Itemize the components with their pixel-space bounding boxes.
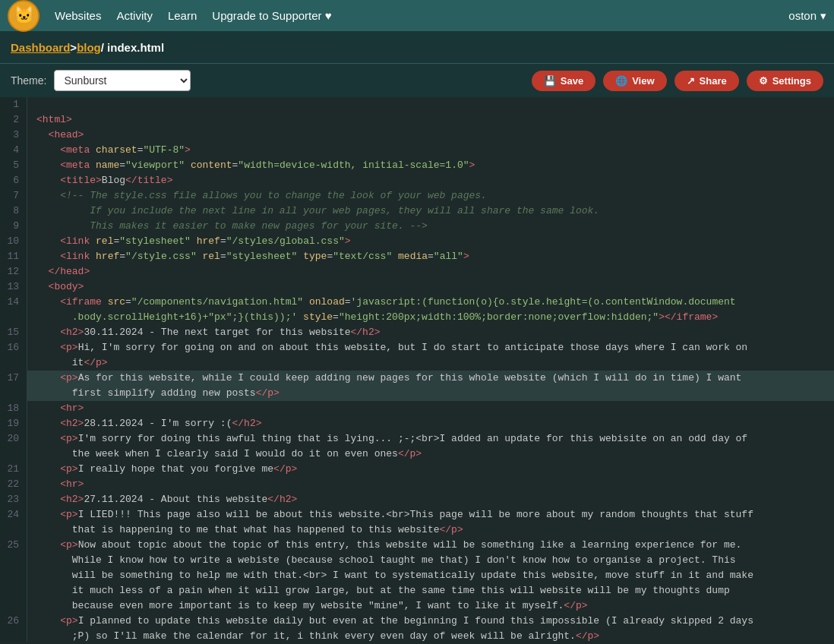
code-line[interactable]: ;P) so I'll make the calendar for it, i … <box>0 629 834 642</box>
line-number: 11 <box>0 249 27 264</box>
nav-learn[interactable]: Learn <box>168 9 197 22</box>
line-content: <p>I really hope that you forgive me</p> <box>27 462 834 477</box>
user-menu[interactable]: oston ▾ <box>788 9 826 23</box>
line-content: the week when I clearly said I would do … <box>27 447 834 462</box>
code-line[interactable]: 6 <title>Blog</title> <box>0 173 834 188</box>
code-line[interactable]: 3 <head> <box>0 128 834 143</box>
code-line[interactable]: that is happening to me that what has ha… <box>0 522 834 538</box>
line-number: 25 <box>0 538 27 553</box>
line-number: 12 <box>0 264 27 279</box>
code-line[interactable]: 1 <box>0 97 834 112</box>
code-line[interactable]: 19 <h2>28.11.2024 - I'm sorry :(</h2> <box>0 416 834 431</box>
code-line[interactable]: 16 <p>Hi, I'm sorry for going on and on … <box>0 340 834 355</box>
code-line[interactable]: .body.scrollHeight+16)+"px";}(this));' s… <box>0 310 834 325</box>
line-content: <p>I'm sorry for doing this awful thing … <box>27 431 834 447</box>
line-content: will be something to help me with that.<… <box>27 568 834 583</box>
save-button[interactable]: 💾 Save <box>532 71 595 91</box>
line-content: If you include the next line in all your… <box>27 204 834 219</box>
code-line[interactable]: 13 <body> <box>0 279 834 295</box>
share-button[interactable]: ↗ Share <box>674 71 739 91</box>
line-content: </head> <box>27 264 834 279</box>
line-content: This makes it easier to make new pages f… <box>27 219 834 234</box>
code-line[interactable]: 26 <p>I planned to update this website d… <box>0 614 834 629</box>
line-content: ;P) so I'll make the calendar for it, i … <box>27 629 834 642</box>
line-content: <head> <box>27 128 834 143</box>
line-content: <hr> <box>27 401 834 416</box>
line-content: <link rel="stylesheet" href="/styles/glo… <box>27 234 834 249</box>
code-line[interactable]: 11 <link href="/style.css" rel="styleshe… <box>0 249 834 264</box>
chevron-down-icon: ▾ <box>820 9 826 23</box>
line-number <box>0 522 27 538</box>
line-number <box>0 568 27 583</box>
line-content: <meta charset="UTF-8"> <box>27 143 834 158</box>
top-navigation: 🐱 Websites Activity Learn Upgrade to Sup… <box>0 0 834 31</box>
code-editor[interactable]: 12<html>3 <head>4 <meta charset="UTF-8">… <box>0 97 834 642</box>
line-number: 22 <box>0 477 27 492</box>
code-line[interactable]: the week when I clearly said I would do … <box>0 447 834 462</box>
code-line[interactable]: 18 <hr> <box>0 401 834 416</box>
line-number: 23 <box>0 492 27 507</box>
code-line[interactable]: 5 <meta name="viewport" content="width=d… <box>0 158 834 173</box>
line-number <box>0 386 27 401</box>
line-content: it much less of a pain when it will grow… <box>27 583 834 598</box>
line-number <box>0 355 27 371</box>
line-content: <p>Hi, I'm sorry for going on and on abo… <box>27 340 834 355</box>
code-line[interactable]: 23 <h2>27.11.2024 - About this website</… <box>0 492 834 507</box>
code-line[interactable]: it much less of a pain when it will grow… <box>0 583 834 598</box>
line-content <box>27 97 834 112</box>
logo[interactable]: 🐱 <box>8 0 39 32</box>
code-line[interactable]: will be something to help me with that.<… <box>0 568 834 583</box>
code-line[interactable]: 15 <h2>30.11.2024 - The next target for … <box>0 325 834 340</box>
line-number: 18 <box>0 401 27 416</box>
code-line[interactable]: 9 This makes it easier to make new pages… <box>0 219 834 234</box>
share-icon: ↗ <box>687 75 695 87</box>
code-line[interactable]: 2<html> <box>0 112 834 128</box>
nav-activity[interactable]: Activity <box>116 9 153 22</box>
line-number: 6 <box>0 173 27 188</box>
line-content: because even more important is to keep m… <box>27 598 834 614</box>
line-number: 7 <box>0 188 27 204</box>
breadcrumb-blog[interactable]: blog <box>77 41 101 54</box>
code-line[interactable]: 7 <!-- The style.css file allows you to … <box>0 188 834 204</box>
line-number <box>0 447 27 462</box>
code-line[interactable]: 10 <link rel="stylesheet" href="/styles/… <box>0 234 834 249</box>
code-line[interactable]: it</p> <box>0 355 834 371</box>
nav-upgrade[interactable]: Upgrade to Supporter ♥ <box>212 9 331 22</box>
code-line[interactable]: 21 <p>I really hope that you forgive me<… <box>0 462 834 477</box>
line-number: 20 <box>0 431 27 447</box>
line-content: <hr> <box>27 477 834 492</box>
line-content: <!-- The style.css file allows you to ch… <box>27 188 834 204</box>
code-line[interactable]: 24 <p>I LIED!!! This page also will be a… <box>0 507 834 522</box>
code-line[interactable]: 12 </head> <box>0 264 834 279</box>
code-line[interactable]: 4 <meta charset="UTF-8"> <box>0 143 834 158</box>
line-content: it</p> <box>27 355 834 371</box>
line-number: 3 <box>0 128 27 143</box>
breadcrumb: Dashboard > blog / index.html <box>0 31 834 63</box>
line-number: 4 <box>0 143 27 158</box>
code-line[interactable]: because even more important is to keep m… <box>0 598 834 614</box>
theme-label: Theme: <box>11 74 46 87</box>
line-content: <p>I LIED!!! This page also will be abou… <box>27 507 834 522</box>
code-line[interactable]: 25 <p>Now about topic about the topic of… <box>0 538 834 553</box>
code-line[interactable]: 8 If you include the next line in all yo… <box>0 204 834 219</box>
line-content: <p>I planned to update this website dail… <box>27 614 834 629</box>
line-number <box>0 553 27 568</box>
code-line[interactable]: 20 <p>I'm sorry for doing this awful thi… <box>0 431 834 447</box>
line-content: <h2>30.11.2024 - The next target for thi… <box>27 325 834 340</box>
line-number: 15 <box>0 325 27 340</box>
line-number: 17 <box>0 371 27 386</box>
view-button[interactable]: 🌐 View <box>603 71 666 91</box>
line-content: <p>Now about topic about the topic of th… <box>27 538 834 553</box>
line-content: <h2>28.11.2024 - I'm sorry :(</h2> <box>27 416 834 431</box>
code-line[interactable]: 22 <hr> <box>0 477 834 492</box>
code-line[interactable]: 14 <iframe src="/components/navigation.h… <box>0 295 834 310</box>
code-line[interactable]: While I know how to write a webiste (bec… <box>0 553 834 568</box>
settings-button[interactable]: ⚙ Settings <box>747 71 823 91</box>
nav-websites[interactable]: Websites <box>55 9 101 22</box>
breadcrumb-dashboard[interactable]: Dashboard <box>11 41 70 54</box>
code-line[interactable]: first simplify adding new posts</p> <box>0 386 834 401</box>
line-number <box>0 583 27 598</box>
theme-selector[interactable]: Sunburst <box>54 70 191 91</box>
code-line[interactable]: 17 <p>As for this website, while I could… <box>0 371 834 386</box>
line-number: 24 <box>0 507 27 522</box>
